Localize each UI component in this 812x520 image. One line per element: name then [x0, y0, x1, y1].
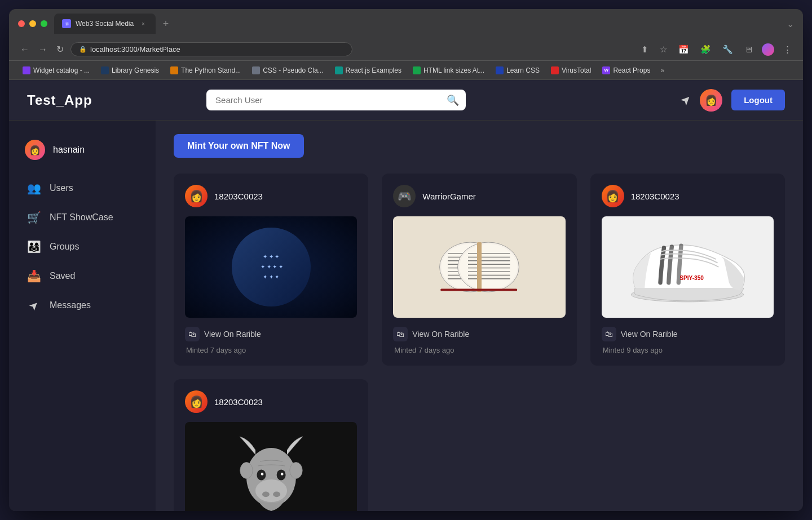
bookmark-python[interactable]: The Python Stand... [166, 65, 245, 76]
bookmark-favicon [23, 66, 30, 74]
messages-icon: ➤ [24, 296, 43, 315]
bookmark-react-props[interactable]: W React Props [598, 65, 655, 76]
sidebar-item-saved[interactable]: 📥 Saved [18, 263, 147, 290]
tab-close-button[interactable]: × [139, 19, 148, 28]
sidebar-username: hasnain [53, 145, 85, 155]
messages-nav-icon[interactable]: ➤ [677, 91, 695, 109]
share-icon[interactable]: ⬆ [639, 42, 651, 57]
puzzle-icon[interactable]: 🔧 [720, 42, 735, 57]
view-rarible-link-1[interactable]: 🛍 View On Rarible [185, 327, 357, 341]
sidebar-item-users[interactable]: 👥 Users [18, 175, 147, 202]
new-tab-button[interactable]: + [158, 16, 174, 32]
bookmark-reactjs[interactable]: React.js Examples [330, 65, 406, 76]
bookmark-virustotal[interactable]: VirusTotal [546, 65, 595, 76]
window-chevron[interactable]: ⌄ [787, 19, 794, 29]
bookmark-label: CSS - Pseudo Cla... [263, 66, 323, 74]
nft-owner-name: 18203C0023 [214, 192, 263, 201]
bookmark-label: Library Genesis [112, 66, 159, 74]
nft-owner-name: 18203C0023 [631, 192, 679, 201]
bookmark-label: VirusTotal [562, 66, 591, 74]
bookmark-css-pseudo[interactable]: CSS - Pseudo Cla... [248, 65, 328, 76]
users-icon: 👥 [27, 181, 41, 195]
bookmark-widget-catalog[interactable]: Widget catalog - ... [18, 65, 94, 76]
navbar-right: ➤ 👩 Logout [681, 89, 785, 112]
bookmark-favicon [101, 66, 109, 74]
nft-footer: 🛍 View On Rarible Minted 9 days ago [602, 327, 774, 354]
nft-image-shoe: SPIY-350 [602, 216, 774, 318]
extensions-icon[interactable]: 🧩 [698, 42, 713, 57]
more-bookmarks[interactable]: » [657, 65, 668, 76]
tab-favicon: ⚛ [62, 19, 71, 28]
view-rarible-label: View On Rarible [412, 330, 469, 339]
svg-point-31 [280, 473, 283, 475]
minted-time: Minted 7 days ago [393, 346, 565, 354]
app-navbar: Test_App 🔍 ➤ 👩 Logout [9, 80, 803, 121]
minimize-window-button[interactable] [29, 20, 36, 27]
search-container: 🔍 [206, 90, 466, 110]
stars-arc-image [232, 228, 311, 306]
nft-footer: 🛍 View On Rarible Minted 7 days ago [393, 327, 565, 354]
nft-card-header: 👩 18203C0023 [185, 390, 357, 413]
browser-menu-icon[interactable]: ⋮ [781, 42, 794, 57]
bookmark-label: The Python Stand... [181, 66, 241, 74]
browser-window: ⚛ Web3 Social Media × + ⌄ ← → ↻ 🔒 localh… [9, 9, 803, 511]
groups-icon: 👨‍👩‍👧 [27, 240, 41, 254]
nft-owner-name: 18203C0023 [214, 397, 263, 407]
app-container: Test_App 🔍 ➤ 👩 Logout 👩 hasnain 👥 [9, 80, 803, 511]
nft-footer: 🛍 View On Rarible Minted 7 days ago [185, 327, 357, 354]
nft-grid: 👩 18203C0023 🛍 View On Rarible Minted 7 … [174, 174, 785, 511]
forward-button[interactable]: → [36, 42, 50, 57]
sidebar-user-avatar: 👩 [25, 140, 45, 160]
rarible-icon: 🛍 [602, 327, 616, 341]
monitor-icon[interactable]: 🖥 [742, 42, 755, 56]
bookmark-favicon [551, 66, 559, 74]
svg-text:SPIY-350: SPIY-350 [679, 275, 704, 281]
svg-point-27 [273, 492, 280, 497]
nft-card-header: 👩 18203C0023 [602, 185, 774, 207]
refresh-button[interactable]: ↻ [54, 42, 66, 57]
nft-image-book [393, 216, 565, 318]
svg-point-25 [255, 479, 287, 502]
close-window-button[interactable] [18, 20, 25, 27]
svg-point-26 [262, 492, 270, 497]
sidebar-item-label: Messages [50, 300, 91, 310]
nft-image-bull [185, 422, 357, 511]
sidebar-item-messages[interactable]: ➤ Messages [18, 292, 147, 319]
sidebar-user-profile[interactable]: 👩 hasnain [18, 134, 147, 166]
browser-titlebar: ⚛ Web3 Social Media × + ⌄ [9, 9, 803, 38]
nft-owner-avatar: 👩 [185, 185, 208, 207]
saved-icon: 📥 [27, 269, 41, 283]
calendar-icon[interactable]: 📅 [676, 42, 691, 57]
view-rarible-label: View On Rarible [621, 330, 678, 339]
nft-showcase-icon: 🛒 [27, 211, 41, 224]
traffic-lights [18, 20, 47, 27]
sidebar-item-groups[interactable]: 👨‍👩‍👧 Groups [18, 233, 147, 260]
sidebar-item-nft-showcase[interactable]: 🛒 NFT ShowCase [18, 204, 147, 231]
view-rarible-link-3[interactable]: 🛍 View On Rarible [602, 327, 774, 341]
user-avatar-nav[interactable]: 👩 [700, 89, 722, 112]
search-input[interactable] [206, 90, 466, 110]
bookmark-icon[interactable]: ☆ [657, 42, 669, 57]
bull-svg [226, 428, 316, 511]
minted-time: Minted 9 days ago [602, 346, 774, 354]
bookmark-library-genesis[interactable]: Library Genesis [96, 65, 164, 76]
mint-nft-button[interactable]: Mint Your own NFT Now [174, 134, 304, 158]
maximize-window-button[interactable] [41, 20, 47, 27]
bookmark-favicon [496, 66, 504, 74]
rarible-icon: 🛍 [185, 327, 200, 341]
logout-button[interactable]: Logout [731, 90, 785, 110]
main-layout: 👩 hasnain 👥 Users 🛒 NFT ShowCase 👨‍👩‍👧 G… [9, 121, 803, 511]
svg-point-30 [261, 473, 263, 475]
bookmark-favicon [252, 66, 260, 74]
search-button[interactable]: 🔍 [444, 92, 461, 109]
browser-profile-avatar[interactable] [762, 43, 774, 56]
address-field[interactable]: 🔒 localhost:3000/MarketPlace [70, 42, 352, 56]
content-area: Mint Your own NFT Now 👩 18203C0023 [156, 121, 803, 511]
active-tab[interactable]: ⚛ Web3 Social Media × [54, 14, 156, 34]
bookmark-html-link[interactable]: HTML link sizes At... [408, 65, 489, 76]
bookmark-learn-css[interactable]: Learn CSS [491, 65, 544, 76]
view-rarible-link-2[interactable]: 🛍 View On Rarible [393, 327, 565, 341]
svg-point-33 [289, 463, 302, 479]
back-button[interactable]: ← [18, 42, 32, 57]
bookmarks-bar: Widget catalog - ... Library Genesis The… [9, 61, 803, 80]
